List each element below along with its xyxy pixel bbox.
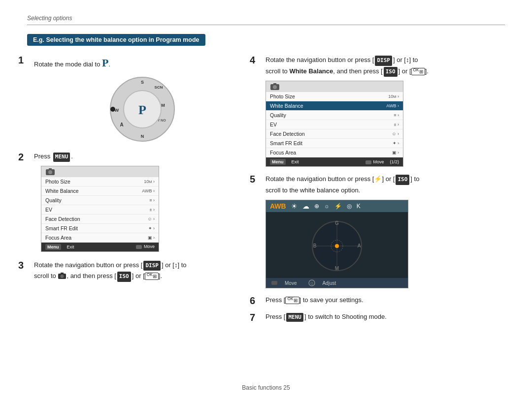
step-5-content: Rotate the navigation button or press [⚡… xyxy=(266,174,505,288)
svg-text:M: M xyxy=(335,266,339,271)
menu-row-2-7: Focus Area ▣ › xyxy=(266,148,403,157)
svg-rect-32 xyxy=(271,281,277,285)
svg-text:B: B xyxy=(313,243,317,248)
nav-icon-2 xyxy=(365,160,372,165)
step-6-number: 6 xyxy=(250,295,255,307)
menu-bottom-bar-1: Menu Exit Move xyxy=(41,243,159,251)
blue-banner: E.g. Selecting the white balance option … xyxy=(27,34,205,46)
step-5: 5 Rotate the navigation button or press … xyxy=(259,174,505,288)
menu-icon-inline: MENU xyxy=(53,153,70,162)
menu-row-2-6: Smart FR Edit ✦ › xyxy=(266,139,403,148)
svg-rect-20 xyxy=(273,83,276,85)
awb-label: AWB xyxy=(270,202,286,210)
menu-bottom-bar-2: Menu Exit Move (1/2) xyxy=(266,157,403,166)
wb-custom-icon: ◎ xyxy=(347,203,352,210)
menu-row-2-4: EV ± › xyxy=(266,120,403,129)
menu-icon-7: MENU xyxy=(286,313,303,322)
wb-icon-bar: AWB ☀ ☁ ⊕ ☼ ⚡ ◎ K xyxy=(266,200,408,212)
svg-text:A: A xyxy=(358,243,361,248)
menu-row-2-5: Face Detection ☺ › xyxy=(266,129,403,139)
wb-cloud-icon: ☁ xyxy=(302,202,309,210)
nav-icon xyxy=(135,245,142,249)
step-1: 1 Rotate the mode dial to P. S N xyxy=(27,55,244,144)
content-columns: 1 Rotate the mode dial to P. S N xyxy=(27,55,505,387)
svg-point-19 xyxy=(273,85,277,89)
step-5-number: 5 xyxy=(250,174,255,185)
step-7-content: Press [MENU] to switch to Shooting mode. xyxy=(266,312,505,322)
svg-point-30 xyxy=(335,244,339,248)
step-4-content: Rotate the navigation button or press [D… xyxy=(266,55,505,167)
camera-small-icon xyxy=(58,272,66,281)
step-1-number: 1 xyxy=(18,55,24,66)
menu-row-1: Photo Size 10M › xyxy=(41,177,159,186)
svg-text:W: W xyxy=(115,108,119,113)
step-2-text: Press MENU. xyxy=(34,152,244,162)
mode-dial-svg: S N SCN TY NO A W M xyxy=(108,75,177,144)
step-7-number: 7 xyxy=(250,312,255,323)
wb-flash-icon: ⚡ xyxy=(334,203,342,210)
svg-text:N: N xyxy=(141,134,144,139)
camera-icon-2 xyxy=(270,83,280,91)
svg-rect-17 xyxy=(61,273,64,274)
menu-screenshot-1: Photo Size 10M › White Balance AWB › Qua… xyxy=(41,166,159,252)
menu-row-7: Focus Area ▣ › xyxy=(41,233,159,243)
svg-text:M: M xyxy=(161,103,165,108)
step-2: 2 Press MENU. xyxy=(27,152,244,252)
step-3-number: 3 xyxy=(18,260,24,271)
step-6: 6 Press [OK⊞] to save your settings. xyxy=(259,295,505,305)
iso-icon: ISO xyxy=(117,272,131,282)
p-letter: P xyxy=(102,57,108,69)
footer-text: Basic functions 25 xyxy=(242,384,290,391)
menu-row-4: EV ± › xyxy=(41,205,159,215)
wb-adjustment-screen: AWB ☀ ☁ ⊕ ☼ ⚡ ◎ K xyxy=(266,200,408,288)
header-section: Selecting options xyxy=(27,15,505,25)
ok-icon-6: OK⊞ xyxy=(285,297,299,304)
step-5-text: Rotate the navigation button or press [⚡… xyxy=(266,174,505,196)
step-6-content: Press [OK⊞] to save your settings. xyxy=(266,295,505,305)
ok-small-icon: OK⊞ xyxy=(145,273,159,280)
wb-bottom-bar: Move Q Adjust xyxy=(266,278,408,288)
move-icon-wb xyxy=(271,280,278,285)
iso-icon-3: ISO xyxy=(396,175,409,185)
adjust-label-wb: Adjust xyxy=(322,280,336,286)
step-1-text: Rotate the mode dial to P. xyxy=(34,55,244,71)
menu-row-6: Smart FR Edit ✦ › xyxy=(41,224,159,233)
step-7: 7 Press [MENU] to switch to Shooting mod… xyxy=(259,312,505,322)
menu-screenshot-2: Photo Size 10M › White Balance AWB › Qua… xyxy=(266,81,403,167)
menu-row-3: Quality ≡ › xyxy=(41,196,159,205)
step-3-content: Rotate the navigation button or press [D… xyxy=(34,260,244,282)
disp-icon: DISP xyxy=(143,261,161,271)
menu-row-5: Face Detection ☺ › xyxy=(41,215,159,224)
step-4-text: Rotate the navigation button or press [D… xyxy=(266,55,505,77)
wb-circle-svg: G B A M xyxy=(310,219,364,273)
page-footer: Basic functions 25 xyxy=(0,384,532,391)
svg-text:A: A xyxy=(120,122,123,127)
nav-arrow-down: ↕ xyxy=(174,261,178,269)
white-balance-label: White Balance xyxy=(289,67,333,75)
step-4: 4 Rotate the navigation button or press … xyxy=(259,55,505,167)
disp-icon-2: DISP xyxy=(375,56,392,66)
step-6-text: Press [OK⊞] to save your settings. xyxy=(266,295,505,305)
menu-title-bar-2 xyxy=(266,81,403,92)
step-2-content: Press MENU. Photo Size xyxy=(34,152,244,252)
menu-title-bar-1 xyxy=(41,166,159,177)
svg-point-10 xyxy=(110,107,115,112)
step-2-number: 2 xyxy=(18,152,24,163)
menu-row-2-3: Quality ≡ › xyxy=(266,111,403,120)
svg-text:SCN: SCN xyxy=(155,85,163,90)
menu-row-2-1: Photo Size 10M › xyxy=(266,92,403,101)
menu-row-2-2: White Balance AWB › xyxy=(266,101,403,111)
svg-text:Q: Q xyxy=(311,281,314,285)
mode-dial-container: S N SCN TY NO A W M xyxy=(41,75,244,144)
step-1-content: Rotate the mode dial to P. S N SCN xyxy=(34,55,244,144)
left-column: 1 Rotate the mode dial to P. S N xyxy=(27,55,244,387)
wb-kelvin-icon: K xyxy=(357,203,361,210)
nav-arrow-2: ↕ xyxy=(406,56,409,63)
adjust-icon-wb: Q xyxy=(308,279,315,286)
step-3: 3 Rotate the navigation button or press … xyxy=(27,260,244,282)
wb-light-icon: ☼ xyxy=(324,203,330,210)
step-4-number: 4 xyxy=(250,55,255,66)
menu-row-2: White Balance AWB › xyxy=(41,186,159,196)
svg-text:P: P xyxy=(138,103,146,117)
step-3-text: Rotate the navigation button or press [D… xyxy=(34,260,244,282)
